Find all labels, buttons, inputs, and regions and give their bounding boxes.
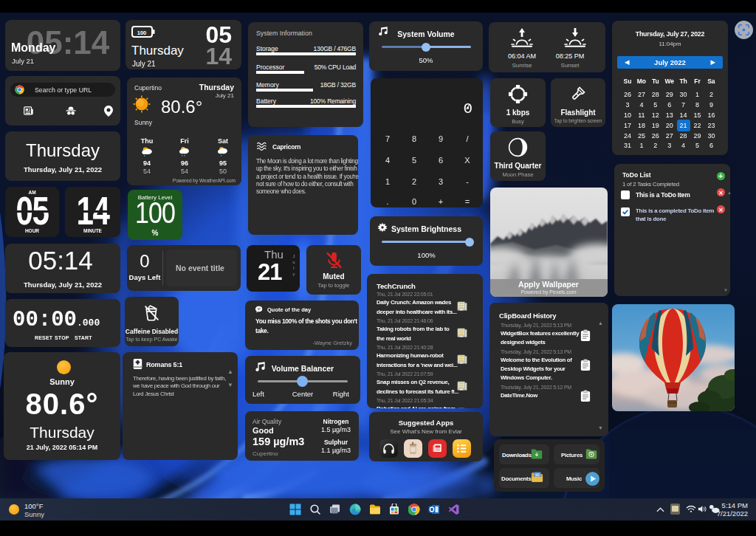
svg-text:Apply Wallpaper: Apply Wallpaper bbox=[518, 280, 579, 289]
svg-text:Powered by Pexels.com: Powered by Pexels.com bbox=[520, 289, 576, 295]
svg-text:100: 100 bbox=[137, 30, 147, 36]
